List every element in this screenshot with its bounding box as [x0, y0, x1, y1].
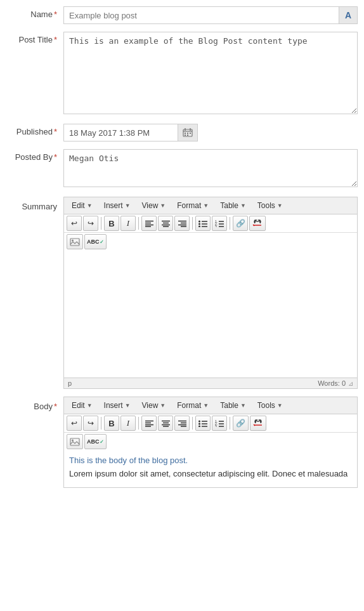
- body-bold-btn[interactable]: B: [104, 416, 119, 431]
- summary-link-btn[interactable]: 🔗: [233, 216, 248, 231]
- summary-edit-menu[interactable]: Edit ▼: [67, 199, 98, 212]
- summary-rte-statusbar: p Words: 0 ⊿: [64, 378, 357, 388]
- body-redo-btn[interactable]: ↪: [83, 416, 98, 431]
- svg-rect-36: [70, 239, 79, 246]
- unlink-icon: [252, 220, 263, 227]
- body-unlink-icon: [253, 419, 263, 427]
- summary-unlink-btn[interactable]: [249, 216, 266, 231]
- body-align-center-btn[interactable]: [158, 416, 173, 431]
- summary-image-btn[interactable]: [67, 234, 83, 249]
- body-view-menu[interactable]: View ▼: [137, 399, 171, 412]
- post-title-control-wrap: This is an example of the Blog Post cont…: [63, 32, 358, 116]
- summary-redo-btn[interactable]: ↪: [83, 216, 98, 231]
- post-title-row: Post Title* This is an example of the Bl…: [6, 32, 358, 116]
- summary-insert-menu[interactable]: Insert ▼: [99, 199, 136, 212]
- edit-caret: ▼: [87, 202, 93, 209]
- body-control-wrap: Edit ▼ Insert ▼ View ▼ Format ▼: [63, 397, 358, 488]
- body-link-btn[interactable]: 🔗: [233, 416, 249, 431]
- summary-rte-menubar: Edit ▼ Insert ▼ View ▼ Format ▼: [64, 197, 357, 214]
- posted-by-label: Posted By*: [6, 149, 63, 162]
- summary-align-left-btn[interactable]: [141, 216, 157, 231]
- name-input[interactable]: [63, 6, 339, 24]
- post-title-input[interactable]: This is an example of the Blog Post cont…: [63, 32, 358, 114]
- body-image-btn[interactable]: [67, 434, 83, 449]
- body-rte: Edit ▼ Insert ▼ View ▼ Format ▼: [63, 397, 358, 488]
- summary-ul-btn[interactable]: [195, 216, 211, 231]
- svg-point-25: [198, 225, 200, 227]
- summary-bold-btn[interactable]: B: [104, 216, 119, 231]
- body-align-right-btn[interactable]: [174, 416, 190, 431]
- tools-caret: ▼: [277, 202, 283, 209]
- summary-view-menu[interactable]: View ▼: [137, 199, 171, 212]
- date-input-group: [63, 124, 358, 141]
- name-btn[interactable]: A: [339, 6, 358, 24]
- summary-resize-handle[interactable]: ⊿: [348, 380, 353, 387]
- body-rte-content[interactable]: This is the body of the blog post. Lorem…: [64, 450, 357, 487]
- body-align-left-btn[interactable]: [141, 416, 157, 431]
- summary-spellcheck-btn[interactable]: ABC ✓: [84, 234, 107, 249]
- body-insert-caret: ▼: [125, 402, 131, 409]
- body-toolbar-row2: ABC ✓: [64, 432, 357, 450]
- body-table-menu[interactable]: Table ▼: [215, 399, 251, 412]
- body-undo-btn[interactable]: ↩: [67, 416, 82, 431]
- svg-point-50: [198, 420, 200, 422]
- summary-control-wrap: Edit ▼ Insert ▼ View ▼ Format ▼: [63, 197, 358, 389]
- svg-text:3.: 3.: [215, 225, 218, 227]
- svg-line-35: [253, 225, 254, 226]
- toolbar-sep1: [101, 217, 101, 230]
- summary-italic-btn[interactable]: I: [120, 216, 136, 231]
- summary-table-menu[interactable]: Table ▼: [215, 199, 251, 212]
- name-input-group: A: [63, 6, 358, 24]
- svg-rect-8: [187, 135, 188, 136]
- summary-undo-btn[interactable]: ↩: [67, 216, 82, 231]
- body-ordered-list-icon: 1.2.3.: [215, 420, 224, 427]
- summary-ol-btn[interactable]: 1.2.3.: [212, 216, 227, 231]
- table-caret: ▼: [240, 202, 246, 209]
- body-tools-caret: ▼: [277, 402, 283, 409]
- published-control-wrap: [63, 124, 358, 141]
- summary-row: Summary Edit ▼ Insert ▼ View ▼: [6, 197, 358, 389]
- post-title-label: Post Title*: [6, 32, 63, 44]
- body-unordered-list-icon: [198, 420, 207, 427]
- body-format-menu[interactable]: Format ▼: [172, 399, 214, 412]
- body-align-center-icon: [162, 420, 170, 427]
- toolbar-sep3: [192, 217, 193, 230]
- body-italic-btn[interactable]: I: [120, 416, 136, 431]
- body-content-line1: This is the body of the blog post.: [69, 456, 352, 465]
- svg-text:3.: 3.: [215, 424, 218, 427]
- svg-point-21: [198, 220, 200, 222]
- posted-by-input[interactable]: Megan Otis: [63, 149, 358, 187]
- body-spellcheck-btn[interactable]: ABC ✓: [84, 434, 107, 449]
- body-format-caret: ▼: [203, 402, 209, 409]
- body-toolbar-row1: ↩ ↪ B I: [64, 414, 357, 432]
- name-control-wrap: A: [63, 6, 358, 24]
- body-toolbar-sep4: [230, 417, 230, 430]
- summary-align-center-btn[interactable]: [158, 216, 173, 231]
- summary-toolbar-row2: ABC ✓: [64, 232, 357, 251]
- body-edit-menu[interactable]: Edit ▼: [67, 399, 98, 412]
- summary-tag-indicator: p: [68, 379, 72, 387]
- published-row: Published*: [6, 124, 358, 141]
- body-tools-menu[interactable]: Tools ▼: [252, 399, 288, 412]
- body-ul-btn[interactable]: [195, 416, 211, 431]
- svg-point-52: [198, 423, 200, 424]
- body-insert-menu[interactable]: Insert ▼: [99, 399, 136, 412]
- body-unlink-btn[interactable]: [250, 416, 266, 431]
- toolbar-sep2: [138, 217, 139, 230]
- summary-rte: Edit ▼ Insert ▼ View ▼ Format ▼: [63, 197, 358, 389]
- svg-rect-5: [187, 133, 188, 134]
- summary-format-menu[interactable]: Format ▼: [172, 199, 214, 212]
- summary-tools-menu[interactable]: Tools ▼: [252, 199, 288, 212]
- toolbar-sep4: [230, 217, 230, 230]
- svg-rect-65: [70, 438, 79, 445]
- name-label: Name*: [6, 6, 63, 19]
- calendar-btn[interactable]: [178, 124, 198, 141]
- body-content-line2: Lorem ipsum dolor sit amet, consectetur …: [69, 469, 352, 478]
- published-input[interactable]: [63, 124, 178, 141]
- summary-align-right-btn[interactable]: [174, 216, 190, 231]
- format-caret: ▼: [203, 202, 209, 209]
- posted-by-row: Posted By* Megan Otis: [6, 149, 358, 189]
- summary-rte-content[interactable]: [64, 251, 357, 378]
- body-image-icon: [70, 438, 80, 446]
- body-ol-btn[interactable]: 1.2.3.: [212, 416, 227, 431]
